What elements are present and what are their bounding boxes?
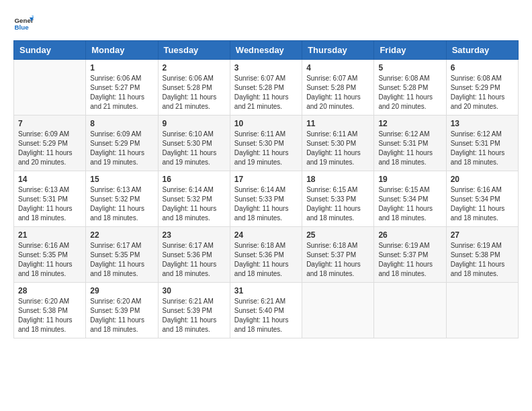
day-number: 8 [90,119,153,128]
day-info: Sunrise: 6:12 AMSunset: 5:31 PMDaylight:… [451,130,514,167]
day-info: Sunrise: 6:11 AMSunset: 5:30 PMDaylight:… [306,130,369,167]
calendar-day-cell: 28Sunrise: 6:20 AMSunset: 5:38 PMDayligh… [14,283,86,338]
calendar-day-cell: 5Sunrise: 6:08 AMSunset: 5:28 PMDaylight… [374,60,446,116]
calendar-day-cell: 26Sunrise: 6:19 AMSunset: 5:37 PMDayligh… [374,227,446,283]
day-info: Sunrise: 6:18 AMSunset: 5:37 PMDaylight:… [306,241,369,279]
day-info: Sunrise: 6:20 AMSunset: 5:38 PMDaylight:… [18,297,81,334]
logo-icon: General Blue [13,13,34,34]
day-number: 17 [234,175,298,184]
day-info: Sunrise: 6:07 AMSunset: 5:28 PMDaylight:… [234,74,298,111]
day-info: Sunrise: 6:15 AMSunset: 5:33 PMDaylight:… [306,185,369,223]
day-info: Sunrise: 6:08 AMSunset: 5:28 PMDaylight:… [378,74,441,111]
calendar-day-cell [302,283,374,338]
day-number: 26 [378,230,441,240]
calendar-day-cell: 24Sunrise: 6:18 AMSunset: 5:36 PMDayligh… [230,227,302,283]
calendar-day-cell: 29Sunrise: 6:20 AMSunset: 5:39 PMDayligh… [86,283,158,338]
page-header: General Blue [13,13,519,34]
calendar-day-cell: 22Sunrise: 6:17 AMSunset: 5:35 PMDayligh… [86,227,158,283]
day-info: Sunrise: 6:09 AMSunset: 5:29 PMDaylight:… [90,130,153,167]
day-info: Sunrise: 6:19 AMSunset: 5:37 PMDaylight:… [378,241,441,279]
calendar-day-cell: 18Sunrise: 6:15 AMSunset: 5:33 PMDayligh… [302,171,374,227]
weekday-header: Friday [374,41,446,60]
weekday-header: Tuesday [158,41,230,60]
calendar-day-cell [374,283,446,338]
day-number: 1 [90,63,153,73]
day-info: Sunrise: 6:10 AMSunset: 5:30 PMDaylight:… [163,130,226,167]
day-number: 10 [234,119,298,128]
calendar-day-cell: 20Sunrise: 6:16 AMSunset: 5:34 PMDayligh… [446,171,518,227]
day-number: 18 [306,175,369,184]
day-number: 2 [163,63,226,73]
day-info: Sunrise: 6:16 AMSunset: 5:34 PMDaylight:… [451,185,514,223]
calendar-day-cell: 19Sunrise: 6:15 AMSunset: 5:34 PMDayligh… [374,171,446,227]
calendar-day-cell: 10Sunrise: 6:11 AMSunset: 5:30 PMDayligh… [230,116,302,171]
day-number: 23 [163,230,226,240]
day-number: 27 [451,230,514,240]
calendar-week-row: 1Sunrise: 6:06 AMSunset: 5:27 PMDaylight… [14,60,519,116]
calendar-day-cell: 23Sunrise: 6:17 AMSunset: 5:36 PMDayligh… [158,227,230,283]
day-info: Sunrise: 6:14 AMSunset: 5:32 PMDaylight:… [163,185,226,223]
day-number: 9 [163,119,226,128]
day-info: Sunrise: 6:16 AMSunset: 5:35 PMDaylight:… [18,241,81,279]
day-number: 5 [378,63,441,73]
day-info: Sunrise: 6:21 AMSunset: 5:40 PMDaylight:… [234,297,298,334]
day-info: Sunrise: 6:21 AMSunset: 5:39 PMDaylight:… [163,297,226,334]
day-info: Sunrise: 6:15 AMSunset: 5:34 PMDaylight:… [378,185,441,223]
day-number: 11 [306,119,369,128]
calendar-week-row: 7Sunrise: 6:09 AMSunset: 5:29 PMDaylight… [14,116,519,171]
calendar-week-row: 14Sunrise: 6:13 AMSunset: 5:31 PMDayligh… [14,171,519,227]
calendar-day-cell: 17Sunrise: 6:14 AMSunset: 5:33 PMDayligh… [230,171,302,227]
day-number: 29 [90,286,153,295]
day-number: 7 [18,119,81,128]
calendar-day-cell: 21Sunrise: 6:16 AMSunset: 5:35 PMDayligh… [14,227,86,283]
day-number: 21 [18,230,81,240]
calendar-week-row: 21Sunrise: 6:16 AMSunset: 5:35 PMDayligh… [14,227,519,283]
day-info: Sunrise: 6:13 AMSunset: 5:31 PMDaylight:… [18,185,81,223]
calendar-week-row: 28Sunrise: 6:20 AMSunset: 5:38 PMDayligh… [14,283,519,338]
calendar-day-cell: 3Sunrise: 6:07 AMSunset: 5:28 PMDaylight… [230,60,302,116]
day-number: 6 [451,63,514,73]
calendar-day-cell: 12Sunrise: 6:12 AMSunset: 5:31 PMDayligh… [374,116,446,171]
day-number: 22 [90,230,153,240]
day-number: 28 [18,286,81,295]
weekday-header: Thursday [302,41,374,60]
day-info: Sunrise: 6:09 AMSunset: 5:29 PMDaylight:… [18,130,81,167]
day-info: Sunrise: 6:17 AMSunset: 5:36 PMDaylight:… [163,241,226,279]
day-number: 19 [378,175,441,184]
day-info: Sunrise: 6:20 AMSunset: 5:39 PMDaylight:… [90,297,153,334]
calendar-day-cell: 15Sunrise: 6:13 AMSunset: 5:32 PMDayligh… [86,171,158,227]
day-number: 14 [18,175,81,184]
day-number: 31 [234,286,298,295]
calendar-day-cell: 16Sunrise: 6:14 AMSunset: 5:32 PMDayligh… [158,171,230,227]
day-info: Sunrise: 6:06 AMSunset: 5:28 PMDaylight:… [163,74,226,111]
day-info: Sunrise: 6:18 AMSunset: 5:36 PMDaylight:… [234,241,298,279]
calendar-day-cell: 8Sunrise: 6:09 AMSunset: 5:29 PMDaylight… [86,116,158,171]
day-number: 4 [306,63,369,73]
weekday-header: Wednesday [230,41,302,60]
calendar-day-cell: 25Sunrise: 6:18 AMSunset: 5:37 PMDayligh… [302,227,374,283]
calendar-day-cell: 13Sunrise: 6:12 AMSunset: 5:31 PMDayligh… [446,116,518,171]
calendar-day-cell: 27Sunrise: 6:19 AMSunset: 5:38 PMDayligh… [446,227,518,283]
weekday-header: Saturday [446,41,518,60]
calendar-day-cell: 1Sunrise: 6:06 AMSunset: 5:27 PMDaylight… [86,60,158,116]
day-info: Sunrise: 6:08 AMSunset: 5:29 PMDaylight:… [451,74,514,111]
calendar-day-cell: 30Sunrise: 6:21 AMSunset: 5:39 PMDayligh… [158,283,230,338]
day-number: 12 [378,119,441,128]
day-number: 25 [306,230,369,240]
day-info: Sunrise: 6:14 AMSunset: 5:33 PMDaylight:… [234,185,298,223]
calendar-day-cell [14,60,86,116]
calendar-day-cell [446,283,518,338]
weekday-header: Sunday [14,41,86,60]
day-number: 15 [90,175,153,184]
calendar-day-cell: 11Sunrise: 6:11 AMSunset: 5:30 PMDayligh… [302,116,374,171]
day-info: Sunrise: 6:07 AMSunset: 5:28 PMDaylight:… [306,74,369,111]
day-info: Sunrise: 6:19 AMSunset: 5:38 PMDaylight:… [451,241,514,279]
day-number: 20 [451,175,514,184]
day-info: Sunrise: 6:17 AMSunset: 5:35 PMDaylight:… [90,241,153,279]
day-info: Sunrise: 6:11 AMSunset: 5:30 PMDaylight:… [234,130,298,167]
day-number: 30 [163,286,226,295]
day-number: 24 [234,230,298,240]
calendar-header-row: SundayMondayTuesdayWednesdayThursdayFrid… [14,41,519,60]
calendar-day-cell: 4Sunrise: 6:07 AMSunset: 5:28 PMDaylight… [302,60,374,116]
day-info: Sunrise: 6:13 AMSunset: 5:32 PMDaylight:… [90,185,153,223]
